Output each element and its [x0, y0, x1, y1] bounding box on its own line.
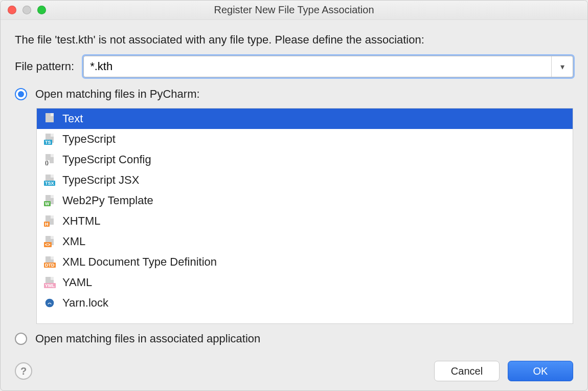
file-type-label: XHTML: [62, 214, 101, 228]
xml-file-icon: <>: [44, 236, 55, 247]
titlebar: Register New File Type Association: [1, 1, 587, 20]
window-title: Register New File Type Association: [214, 4, 374, 16]
file-type-label: XML: [62, 235, 85, 248]
file-type-item-tsconfig[interactable]: {}TypeScript Config: [37, 149, 573, 170]
file-type-label: TypeScript Config: [62, 153, 151, 166]
ts-file-icon: TS: [44, 134, 55, 145]
description-text: The file 'test.kth' is not associated wi…: [15, 33, 573, 47]
file-type-item-yarn[interactable]: Yarn.lock: [37, 293, 573, 313]
open-in-pycharm-option[interactable]: Open matching files in PyCharm:: [15, 88, 573, 101]
close-window-button[interactable]: [8, 6, 16, 14]
help-button[interactable]: ?: [15, 362, 32, 380]
file-type-list[interactable]: TextTSTypeScript{}TypeScript ConfigTSXTy…: [36, 108, 573, 324]
dialog-footer: ? Cancel OK: [15, 361, 573, 381]
yarn-file-icon: [44, 297, 55, 309]
file-type-item-xml[interactable]: <>XML: [37, 231, 573, 252]
open-in-associated-option[interactable]: Open matching files in associated applic…: [15, 332, 573, 345]
tsx-file-icon: TSX: [44, 175, 55, 186]
file-type-item-web2py[interactable]: WWeb2Py Template: [37, 190, 573, 211]
dialog-window: Register New File Type Association The f…: [0, 0, 588, 391]
ok-button[interactable]: OK: [508, 361, 573, 381]
file-type-label: XML Document Type Definition: [62, 255, 217, 269]
file-type-item-text[interactable]: Text: [37, 108, 573, 129]
minimize-window-button[interactable]: [22, 6, 31, 14]
file-type-label: TypeScript: [62, 133, 116, 146]
zoom-window-button[interactable]: [37, 6, 46, 14]
file-type-item-yaml[interactable]: YMLYAML: [37, 272, 573, 293]
dialog-content: The file 'test.kth' is not associated wi…: [1, 20, 587, 390]
web2py-file-icon: W: [44, 195, 55, 206]
file-type-item-xhtml[interactable]: HXHTML: [37, 211, 573, 231]
open-in-pycharm-radio[interactable]: [15, 88, 27, 100]
cancel-button[interactable]: Cancel: [434, 361, 500, 381]
yaml-file-icon: YML: [44, 277, 55, 288]
file-type-label: Text: [62, 112, 83, 125]
xhtml-file-icon: H: [44, 215, 55, 227]
file-pattern-label: File pattern:: [15, 60, 74, 73]
file-type-item-dtd[interactable]: DTDXML Document Type Definition: [37, 252, 573, 272]
file-type-label: Web2Py Template: [62, 194, 153, 207]
file-pattern-input[interactable]: [84, 56, 551, 77]
file-pattern-dropdown-button[interactable]: ▾: [551, 56, 573, 77]
text-file-icon: [44, 113, 55, 124]
file-type-item-ts[interactable]: TSTypeScript: [37, 129, 573, 149]
chevron-down-icon: ▾: [560, 62, 564, 72]
dtd-file-icon: DTD: [44, 256, 55, 268]
file-type-item-tsx[interactable]: TSXTypeScript JSX: [37, 170, 573, 190]
file-type-label: YAML: [62, 276, 92, 289]
open-in-associated-radio[interactable]: [15, 333, 27, 345]
file-pattern-combo[interactable]: ▾: [83, 56, 573, 77]
tsconfig-file-icon: {}: [44, 154, 55, 165]
file-type-label: Yarn.lock: [62, 296, 108, 310]
window-controls: [8, 6, 46, 14]
file-pattern-row: File pattern: ▾: [15, 56, 573, 77]
file-type-label: TypeScript JSX: [62, 173, 139, 187]
open-in-pycharm-label: Open matching files in PyCharm:: [35, 88, 200, 101]
open-in-associated-label: Open matching files in associated applic…: [35, 332, 260, 345]
